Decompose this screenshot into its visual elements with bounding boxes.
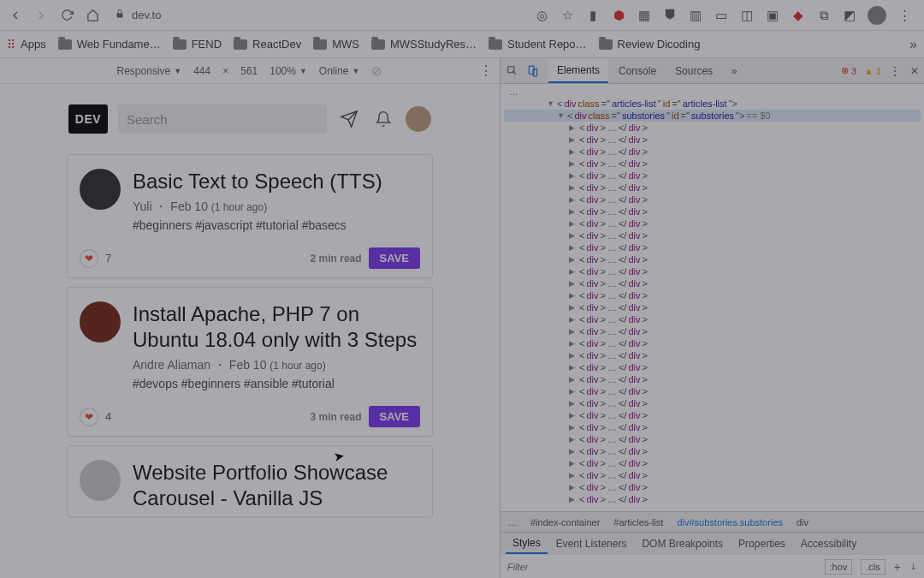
extension-3-icon[interactable]: ⛊ <box>662 8 678 23</box>
tree-node[interactable]: ▶<div>…</div> <box>504 241 921 253</box>
save-button[interactable]: SAVE <box>369 247 420 269</box>
tree-node[interactable]: ▶<div>…</div> <box>504 397 921 409</box>
styles-filter-input[interactable] <box>507 562 816 572</box>
profile-avatar[interactable] <box>868 6 886 25</box>
tree-node[interactable]: ▶<div>…</div> <box>504 122 921 134</box>
tree-node[interactable]: ▶<div>…</div> <box>504 469 921 481</box>
save-button[interactable]: SAVE <box>369 406 420 427</box>
tree-node[interactable]: ▶<div>…</div> <box>504 361 921 373</box>
hov-toggle[interactable]: :hov <box>825 559 853 575</box>
devtools-menu-icon[interactable]: ⋮ <box>888 64 902 78</box>
heart-icon[interactable]: ❤ <box>80 249 98 268</box>
tab-styles[interactable]: Styles <box>506 533 548 554</box>
bookmark-folder-2[interactable]: FEND <box>173 38 222 51</box>
add-style-icon[interactable]: + <box>894 560 901 574</box>
tree-node[interactable]: ▶<div>…</div> <box>504 349 921 361</box>
tree-node[interactable]: ▶<div>…</div> <box>504 313 921 325</box>
article-title[interactable]: Website Portfolio Showcase Carousel - Va… <box>133 460 420 511</box>
user-avatar[interactable] <box>406 106 431 132</box>
extension-8-icon[interactable]: ◆ <box>791 8 806 23</box>
tree-node[interactable]: ▼<div class="articles-list" id="articles… <box>504 98 921 110</box>
devtools-close-icon[interactable]: ✕ <box>910 65 919 77</box>
devto-logo[interactable]: DEV <box>68 104 108 134</box>
height-input[interactable]: 561 <box>240 65 258 77</box>
bookmark-apps[interactable]: ⠿Apps <box>7 38 46 51</box>
tree-node[interactable]: ▶<div>…</div> <box>504 493 921 505</box>
breadcrumb-item[interactable]: #index-container <box>530 517 600 527</box>
extension-5-icon[interactable]: ▭ <box>714 8 729 23</box>
tree-node[interactable]: ▶<div>…</div> <box>504 182 921 194</box>
tree-node[interactable]: ▶<div>…</div> <box>504 217 921 229</box>
author-avatar[interactable] <box>80 169 121 210</box>
extension-7-icon[interactable]: ▣ <box>765 8 780 23</box>
extension-4-icon[interactable]: ▥ <box>688 8 703 23</box>
forward-button[interactable] <box>33 7 50 24</box>
bookmark-folder-4[interactable]: MWS <box>313 38 359 51</box>
extension-9-icon[interactable]: ⧉ <box>816 8 832 23</box>
pin-icon[interactable]: ⤓ <box>909 561 917 572</box>
article-title[interactable]: Install Apache, PHP 7 on Ubuntu 18.04 on… <box>133 301 420 353</box>
search-input[interactable]: Search <box>118 104 327 134</box>
star-icon[interactable]: ☆ <box>560 8 575 23</box>
zoom-selector[interactable]: 100%▼ <box>270 65 307 77</box>
bell-icon[interactable] <box>371 107 395 131</box>
chrome-menu-icon[interactable]: ⋮ <box>897 8 912 23</box>
device-menu-icon[interactable]: ⋮ <box>479 63 493 79</box>
tree-node[interactable]: ▶<div>…</div> <box>504 457 921 469</box>
tree-node[interactable]: ▶<div>…</div> <box>504 421 921 433</box>
cls-toggle[interactable]: .cls <box>861 559 886 575</box>
tab-sources[interactable]: Sources <box>666 60 721 82</box>
heart-icon[interactable]: ❤ <box>80 408 98 426</box>
width-input[interactable]: 444 <box>193 65 210 77</box>
tree-node[interactable]: ▶<div>…</div> <box>504 481 921 493</box>
elements-tree[interactable]: … ▼<div class="articles-list" id="articl… <box>500 84 924 511</box>
no-signal-icon[interactable]: ⊘ <box>371 63 382 79</box>
bookmark-folder-1[interactable]: Web Fundame… <box>58 38 161 51</box>
tree-node[interactable]: ▶<div>…</div> <box>504 146 921 158</box>
tabs-overflow-icon[interactable]: » <box>723 60 746 82</box>
tree-node[interactable]: ▶<div>…</div> <box>504 206 921 217</box>
breadcrumb-item[interactable]: div#substories.substories <box>677 517 783 527</box>
tab-properties[interactable]: Properties <box>732 534 792 553</box>
back-button[interactable] <box>7 7 24 24</box>
tree-node[interactable]: ▶<div>…</div> <box>504 409 921 421</box>
tab-elements[interactable]: Elements <box>548 59 608 83</box>
article-tags[interactable]: #beginners #javascript #tutorial #basecs <box>133 218 420 232</box>
breadcrumb-item[interactable]: div <box>797 517 808 527</box>
tree-node[interactable]: ▶<div>…</div> <box>504 277 921 289</box>
tab-console[interactable]: Console <box>610 60 665 82</box>
throttle-selector[interactable]: Online▼ <box>319 65 360 77</box>
tree-node[interactable]: ▶<div>…</div> <box>504 253 921 265</box>
address-bar[interactable]: dev.to <box>115 9 525 21</box>
reload-button[interactable] <box>58 7 75 24</box>
tree-node[interactable]: ▶<div>…</div> <box>504 385 921 397</box>
home-button[interactable] <box>84 7 101 24</box>
breadcrumb-item[interactable]: #articles-list <box>613 517 663 527</box>
tree-node[interactable]: ▶<div>…</div> <box>504 373 921 385</box>
breadcrumb-item[interactable]: … <box>507 517 517 527</box>
author-avatar[interactable] <box>80 460 121 501</box>
tree-node[interactable]: ▶<div>…</div> <box>504 134 921 146</box>
tree-node[interactable]: ▶<div>…</div> <box>504 194 921 206</box>
tree-node[interactable]: ▶<div>…</div> <box>504 337 921 349</box>
bookmark-folder-7[interactable]: Review Dicoding <box>599 38 701 51</box>
error-count[interactable]: ⊗3 ▲1 <box>841 65 881 76</box>
adblock-icon[interactable]: ⬢ <box>611 8 626 23</box>
tree-node[interactable]: ▶<div>…</div> <box>504 325 921 337</box>
extension-2-icon[interactable]: ▦ <box>637 8 652 23</box>
device-selector[interactable]: Responsive▼ <box>117 65 182 77</box>
author-avatar[interactable] <box>80 301 121 343</box>
scope-icon[interactable]: ◎ <box>534 8 549 23</box>
article-title[interactable]: Basic Text to Speech (TTS) <box>133 169 420 194</box>
tree-node[interactable]: ▶<div>…</div> <box>504 301 921 313</box>
tree-node[interactable]: ▶<div>…</div> <box>504 445 921 457</box>
extension-10-icon[interactable]: ◩ <box>842 8 857 23</box>
tab-dom-breakpoints[interactable]: DOM Breakpoints <box>635 534 730 553</box>
device-toggle-icon[interactable] <box>526 64 540 78</box>
bookmark-folder-6[interactable]: Student Repo… <box>489 38 587 51</box>
tree-node[interactable]: ▶<div>…</div> <box>504 229 921 241</box>
bookmarks-overflow-icon[interactable]: » <box>909 37 917 52</box>
bookmark-folder-3[interactable]: ReactDev <box>234 38 301 51</box>
tree-node[interactable]: ▶<div>…</div> <box>504 265 921 277</box>
tree-node-selected[interactable]: ▼<div class="substories" id="substories"… <box>504 110 921 122</box>
